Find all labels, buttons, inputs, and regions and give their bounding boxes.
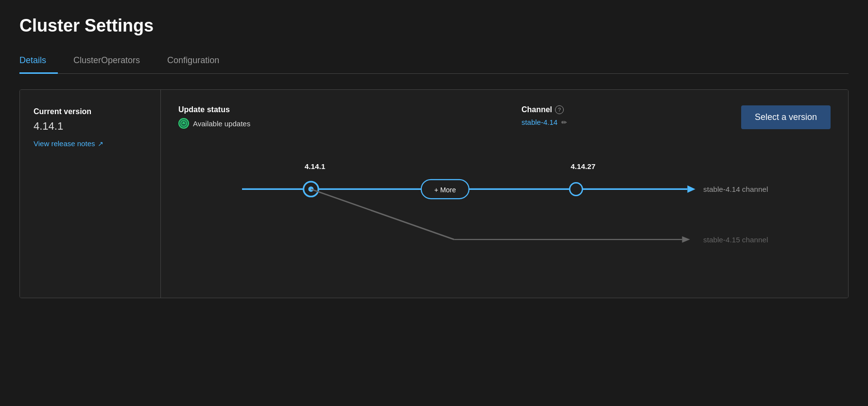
status-text: Available updates	[193, 119, 250, 128]
channel-label: Channel	[521, 105, 552, 114]
current-version-label-graph: 4.14.1	[305, 162, 326, 170]
tab-configuration[interactable]: Configuration	[167, 50, 231, 74]
right-panel-header: Update status Available updates	[178, 105, 831, 129]
target-version-node	[570, 183, 582, 195]
stable-415-label: stable-4.15 channel	[703, 236, 768, 244]
more-button-text: + More	[434, 186, 456, 194]
right-panel: Update status Available updates	[161, 90, 848, 298]
update-graph-svg: 4.14.1 4.14.27 + More stable-4.1	[178, 157, 831, 274]
graph-container: 4.14.1 4.14.27 + More stable-4.1	[178, 157, 831, 282]
tab-details[interactable]: Details	[19, 50, 58, 74]
left-panel: Current version 4.14.1 View release note…	[20, 90, 161, 298]
tab-clusteroperators[interactable]: ClusterOperators	[73, 50, 152, 74]
content-card: Current version 4.14.1 View release note…	[19, 89, 849, 298]
external-link-icon: ↗	[98, 140, 104, 148]
channel-help-icon[interactable]: ?	[555, 105, 564, 114]
channel-section: Channel ? stable-4.14 ✏	[521, 105, 567, 126]
status-row: Available updates	[178, 118, 250, 129]
channel-label-row: Channel ?	[521, 105, 567, 114]
page-container: Cluster Settings Details ClusterOperator…	[0, 0, 868, 318]
available-updates-icon	[178, 118, 189, 129]
update-status-label: Update status	[178, 105, 250, 114]
channel-value[interactable]: stable-4.14	[521, 118, 557, 126]
update-status-section: Update status Available updates	[178, 105, 250, 129]
up-arrow-svg	[180, 120, 187, 127]
tabs-container: Details ClusterOperators Configuration	[19, 50, 849, 74]
release-notes-link[interactable]: View release notes ↗	[34, 139, 147, 148]
page-title: Cluster Settings	[19, 16, 849, 36]
stable-414-label: stable-4.14 channel	[703, 185, 768, 193]
blue-arrow	[687, 186, 695, 193]
channel-value-row: stable-4.14 ✏	[521, 118, 567, 126]
gray-arrow	[682, 237, 690, 243]
current-version-label: Current version	[34, 107, 147, 116]
target-version-label-graph: 4.14.27	[571, 162, 595, 170]
current-version-number: 4.14.1	[34, 120, 147, 133]
select-version-button[interactable]: Select a version	[741, 105, 831, 129]
edit-channel-icon[interactable]: ✏	[561, 118, 567, 126]
